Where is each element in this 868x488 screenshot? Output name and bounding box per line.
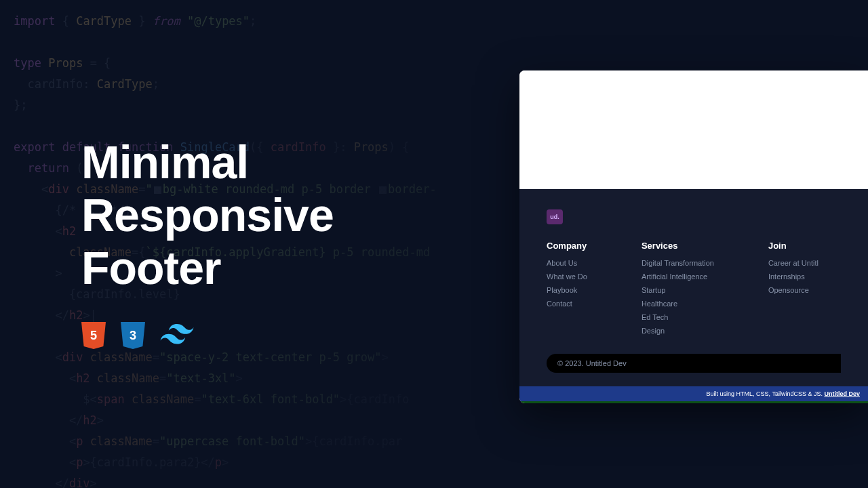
tech-icons: 5 3	[81, 322, 194, 349]
untitled-dev-link[interactable]: Untitled Dev	[824, 390, 860, 397]
footer-columns: Company About Us What we Do Playbook Con…	[547, 241, 841, 340]
footer-link[interactable]: Playbook	[547, 286, 587, 294]
column-title: Services	[642, 241, 714, 251]
footer-dark-section: ud. Company About Us What we Do Playbook…	[519, 189, 868, 386]
tailwind-icon	[160, 324, 194, 347]
footer-link[interactable]: Digital Transformation	[642, 259, 714, 267]
footer-link[interactable]: Career at Untitl	[768, 259, 818, 267]
column-title: Company	[547, 241, 587, 251]
column-join: Join Career at Untitl Internships Openso…	[768, 241, 818, 340]
built-with-bar: Built using HTML, CSS, TailwindCSS & JS.…	[519, 386, 868, 401]
footer-link[interactable]: Ed Tech	[642, 313, 714, 321]
column-company: Company About Us What we Do Playbook Con…	[547, 241, 587, 340]
footer-link[interactable]: Contact	[547, 300, 587, 308]
headline-line-2: Responsive	[81, 188, 334, 241]
footer-link[interactable]: What we Do	[547, 272, 587, 281]
footer-link[interactable]: Startup	[642, 286, 714, 294]
footer-preview: ud. Company About Us What we Do Playbook…	[519, 70, 868, 403]
html5-icon: 5	[81, 322, 106, 349]
css3-icon: 3	[121, 322, 145, 349]
footer-link[interactable]: About Us	[547, 259, 587, 267]
page-title: Minimal Responsive Footer	[81, 136, 334, 294]
footer-link[interactable]: Healthcare	[642, 300, 714, 308]
headline-line-1: Minimal	[81, 136, 334, 188]
column-title: Join	[768, 241, 818, 251]
logo: ud.	[547, 209, 563, 224]
preview-blank-area	[519, 70, 868, 189]
footer-link[interactable]: Internships	[768, 272, 818, 281]
footer-link[interactable]: Design	[642, 327, 714, 335]
column-services: Services Digital Transformation Artifici…	[642, 241, 714, 340]
green-bottom-edge	[519, 401, 868, 403]
footer-link[interactable]: Opensource	[768, 286, 818, 294]
footer-link[interactable]: Artificial Intelligence	[642, 272, 714, 281]
headline-line-3: Footer	[81, 241, 334, 294]
copyright-bar: © 2023. Untitled Dev	[547, 354, 841, 373]
